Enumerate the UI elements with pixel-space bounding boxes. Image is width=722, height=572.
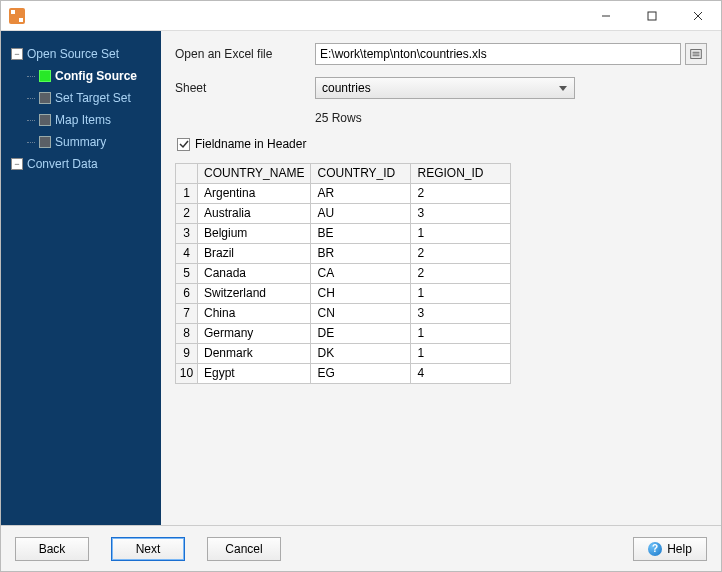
step-marker-icon	[39, 114, 51, 126]
table-cell[interactable]: 2	[411, 244, 511, 264]
table-cell[interactable]: Australia	[198, 204, 311, 224]
browse-button[interactable]	[685, 43, 707, 65]
table-cell[interactable]: Germany	[198, 324, 311, 344]
table-cell[interactable]: 4	[411, 364, 511, 384]
table-cell[interactable]: Belgium	[198, 224, 311, 244]
browse-icon	[689, 47, 703, 61]
table-row[interactable]: 1ArgentinaAR2	[176, 184, 511, 204]
step-marker-icon	[39, 70, 51, 82]
close-button[interactable]	[675, 1, 721, 31]
open-file-label: Open an Excel file	[175, 47, 315, 61]
fieldname-header-label: Fieldname in Header	[195, 137, 306, 151]
row-number: 3	[176, 224, 198, 244]
next-button[interactable]: Next	[111, 537, 185, 561]
sidebar-item-label: Summary	[55, 135, 106, 149]
wizard-sidebar: − Open Source Set Config Source Set Targ…	[1, 31, 161, 525]
table-cell[interactable]: 1	[411, 344, 511, 364]
step-marker-icon	[39, 92, 51, 104]
table-row[interactable]: 7ChinaCN3	[176, 304, 511, 324]
table-header[interactable]: COUNTRY_ID	[311, 164, 411, 184]
table-row[interactable]: 10EgyptEG4	[176, 364, 511, 384]
table-cell[interactable]: 2	[411, 264, 511, 284]
table-cell[interactable]: China	[198, 304, 311, 324]
table-cell[interactable]: 1	[411, 224, 511, 244]
sidebar-item-config-source[interactable]: Config Source	[1, 65, 161, 87]
table-header[interactable]: REGION_ID	[411, 164, 511, 184]
cancel-button[interactable]: Cancel	[207, 537, 281, 561]
table-row[interactable]: 4BrazilBR2	[176, 244, 511, 264]
table-cell[interactable]: CN	[311, 304, 411, 324]
sheet-value: countries	[322, 81, 371, 95]
row-count-label: 25 Rows	[315, 111, 707, 125]
table-cell[interactable]: Argentina	[198, 184, 311, 204]
table-cell[interactable]: Canada	[198, 264, 311, 284]
footer-bar: Back Next Cancel ? Help	[1, 525, 721, 571]
fieldname-header-checkbox[interactable]	[177, 138, 190, 151]
help-icon: ?	[648, 542, 662, 556]
table-corner	[176, 164, 198, 184]
row-number: 4	[176, 244, 198, 264]
table-cell[interactable]: Switzerland	[198, 284, 311, 304]
table-cell[interactable]: BR	[311, 244, 411, 264]
help-button[interactable]: ? Help	[633, 537, 707, 561]
sidebar-item-label: Set Target Set	[55, 91, 131, 105]
sidebar-item-label: Map Items	[55, 113, 111, 127]
table-cell[interactable]: Brazil	[198, 244, 311, 264]
sheet-label: Sheet	[175, 81, 315, 95]
step-marker-icon	[39, 136, 51, 148]
sidebar-item-open-source-set[interactable]: − Open Source Set	[1, 43, 161, 65]
table-cell[interactable]: DE	[311, 324, 411, 344]
back-button[interactable]: Back	[15, 537, 89, 561]
table-cell[interactable]: 2	[411, 184, 511, 204]
table-cell[interactable]: 3	[411, 304, 511, 324]
main-panel: Open an Excel file Sheet countries 25 Ro…	[161, 31, 721, 525]
table-cell[interactable]: 1	[411, 324, 511, 344]
table-cell[interactable]: Denmark	[198, 344, 311, 364]
table-cell[interactable]: 1	[411, 284, 511, 304]
row-number: 8	[176, 324, 198, 344]
table-row[interactable]: 5CanadaCA2	[176, 264, 511, 284]
minimize-button[interactable]	[583, 1, 629, 31]
table-cell[interactable]: DK	[311, 344, 411, 364]
titlebar	[1, 1, 721, 31]
row-number: 6	[176, 284, 198, 304]
app-icon	[9, 8, 25, 24]
table-row[interactable]: 2AustraliaAU3	[176, 204, 511, 224]
table-cell[interactable]: CA	[311, 264, 411, 284]
sidebar-item-map-items[interactable]: Map Items	[1, 109, 161, 131]
row-number: 2	[176, 204, 198, 224]
tree-collapse-icon[interactable]: −	[11, 48, 23, 60]
table-header[interactable]: COUNTRY_NAME	[198, 164, 311, 184]
sidebar-item-summary[interactable]: Summary	[1, 131, 161, 153]
row-number: 5	[176, 264, 198, 284]
table-cell[interactable]: CH	[311, 284, 411, 304]
sidebar-item-label: Convert Data	[27, 157, 98, 171]
sidebar-item-convert-data[interactable]: − Convert Data	[1, 153, 161, 175]
content: − Open Source Set Config Source Set Targ…	[1, 31, 721, 525]
sidebar-item-label: Open Source Set	[27, 47, 119, 61]
sheet-select[interactable]: countries	[315, 77, 575, 99]
row-number: 10	[176, 364, 198, 384]
svg-rect-1	[648, 12, 656, 20]
table-cell[interactable]: Egypt	[198, 364, 311, 384]
maximize-button[interactable]	[629, 1, 675, 31]
row-number: 7	[176, 304, 198, 324]
table-cell[interactable]: 3	[411, 204, 511, 224]
table-cell[interactable]: BE	[311, 224, 411, 244]
table-cell[interactable]: AR	[311, 184, 411, 204]
preview-table: COUNTRY_NAME COUNTRY_ID REGION_ID 1Argen…	[175, 163, 511, 384]
tree-collapse-icon[interactable]: −	[11, 158, 23, 170]
table-row[interactable]: 3BelgiumBE1	[176, 224, 511, 244]
file-path-input[interactable]	[315, 43, 681, 65]
check-icon	[179, 139, 189, 149]
table-row[interactable]: 9DenmarkDK1	[176, 344, 511, 364]
row-number: 9	[176, 344, 198, 364]
table-cell[interactable]: AU	[311, 204, 411, 224]
sidebar-item-set-target-set[interactable]: Set Target Set	[1, 87, 161, 109]
table-row[interactable]: 8GermanyDE1	[176, 324, 511, 344]
table-row[interactable]: 6SwitzerlandCH1	[176, 284, 511, 304]
table-cell[interactable]: EG	[311, 364, 411, 384]
row-number: 1	[176, 184, 198, 204]
sidebar-item-label: Config Source	[55, 69, 137, 83]
